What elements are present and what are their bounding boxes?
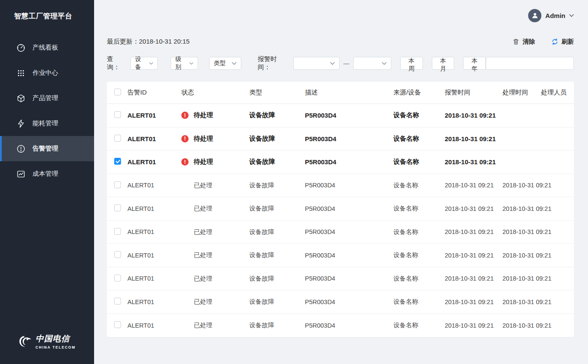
cell-alert-id: ALERT01 — [127, 252, 181, 259]
cell-status: ! 已处理 — [181, 228, 249, 236]
cell-status: ! 已处理 — [181, 298, 249, 306]
cell-alert-id: ALERT01 — [127, 205, 181, 212]
cell-alert-id: ALERT01 — [127, 158, 181, 166]
table-row[interactable]: ALERT01 ! 已处理 设备故障 P5R003D4 设备名称 2018-10… — [107, 197, 574, 221]
time-from-select[interactable] — [293, 57, 340, 70]
sidebar: 智慧工厂管理平台 产线看板 作业中心 产品管理 能耗管理 — [0, 0, 94, 364]
type-filter-select[interactable]: 类型 — [209, 57, 241, 70]
chevron-down-icon — [232, 62, 236, 65]
cell-alarm-time: 2018-10-31 09:21 — [445, 135, 502, 142]
table-row[interactable]: ALERT01 ! 已处理 设备故障 P5R003D4 设备名称 2018-10… — [107, 174, 574, 198]
cell-type: 设备故障 — [249, 181, 305, 189]
row-checkbox[interactable] — [114, 251, 121, 258]
refresh-label: 刷新 — [561, 38, 574, 46]
topbar: Admin — [107, 0, 574, 31]
user-menu[interactable]: Admin — [528, 9, 574, 22]
this-week-button[interactable]: 本周 — [400, 57, 423, 70]
table-header: 告警ID 状态 类型 描述 来源/设备 报警时间 处理时间 处理人员 — [107, 82, 574, 104]
cell-process-time: 2018-10-31 09:21 — [502, 182, 541, 189]
sidebar-item-label: 成本管理 — [33, 170, 58, 178]
cell-description: P5R003D4 — [305, 158, 393, 166]
table-row[interactable]: ALERT01 ! 待处理 设备故障 P5R003D4 设备名称 2018-10… — [107, 104, 574, 127]
cell-alert-id: ALERT01 — [127, 275, 181, 282]
sidebar-nav: 产线看板 作业中心 产品管理 能耗管理 告警管理 — [0, 35, 94, 186]
row-checkbox[interactable] — [114, 181, 121, 188]
row-checkbox[interactable] — [114, 321, 121, 328]
cell-alert-id: ALERT01 — [127, 299, 181, 305]
logo-text-cn: 中国电信 — [35, 333, 76, 344]
alert-status-icon: ! — [181, 158, 189, 166]
table-row[interactable]: ALERT01 ! 已处理 设备故障 P5R003D4 设备名称 2018-10… — [107, 244, 574, 267]
cell-process-time: 2018-10-31 09:21 — [502, 299, 541, 305]
cell-description: P5R003D4 — [305, 322, 393, 329]
row-checkbox[interactable] — [114, 275, 121, 281]
cell-alarm-time: 2018-10-31 09:21 — [445, 275, 502, 282]
row-checkbox[interactable] — [114, 135, 121, 142]
this-month-button[interactable]: 本月 — [432, 57, 455, 70]
cell-alarm-time: 2018-10-31 09:21 — [445, 299, 502, 305]
row-checkbox[interactable] — [114, 204, 121, 211]
cell-type: 设备故障 — [249, 251, 305, 259]
table-row[interactable]: ALERT01 ! 已处理 设备故障 P5R003D4 设备名称 2018-10… — [107, 314, 574, 337]
search-box — [486, 57, 574, 70]
sidebar-item-label: 产线看板 — [33, 44, 58, 52]
search-input[interactable] — [493, 60, 570, 67]
app-root: 智慧工厂管理平台 产线看板 作业中心 产品管理 能耗管理 — [0, 0, 588, 364]
cell-alarm-time: 2018-10-31 09:21 — [445, 322, 502, 329]
cell-status: ! 已处理 — [181, 204, 249, 213]
row-checkbox[interactable] — [114, 298, 121, 305]
cell-description: P5R003D4 — [305, 135, 393, 142]
clear-button[interactable]: 清除 — [512, 38, 535, 46]
sidebar-item-work-center[interactable]: 作业中心 — [0, 60, 94, 86]
cell-type: 设备故障 — [249, 275, 305, 283]
cell-process-time: 2018-10-31 09:21 — [502, 252, 541, 259]
alert-status-icon: ! — [181, 135, 189, 142]
sidebar-item-production-dashboard[interactable]: 产线看板 — [0, 35, 94, 60]
sidebar-item-product-management[interactable]: 产品管理 — [0, 86, 94, 111]
sidebar-item-energy-management[interactable]: 能耗管理 — [0, 111, 94, 136]
cell-description: P5R003D4 — [305, 275, 393, 282]
row-checkbox[interactable] — [114, 228, 121, 235]
row-checkbox[interactable] — [114, 111, 121, 118]
cell-source: 设备名称 — [393, 181, 445, 189]
cube-icon — [16, 94, 26, 103]
refresh-button[interactable]: 刷新 — [551, 38, 574, 46]
cell-description: P5R003D4 — [305, 252, 393, 259]
select-all-checkbox[interactable] — [114, 89, 121, 95]
logo-text-en: CHINA TELECOM — [35, 345, 76, 349]
cell-description: P5R003D4 — [305, 112, 393, 119]
last-update-text: 最后更新：2018-10-31 20:15 — [107, 38, 189, 46]
chevron-down-icon — [569, 14, 574, 17]
cell-alarm-time: 2018-10-31 09:21 — [445, 112, 502, 119]
table-row[interactable]: ALERT01 ! 已处理 设备故障 P5R003D4 设备名称 2018-10… — [107, 290, 574, 314]
table-row[interactable]: ALERT01 ! 待处理 设备故障 P5R003D4 设备名称 2018-10… — [107, 127, 574, 151]
gauge-icon — [16, 43, 26, 53]
grid-dots-icon — [16, 68, 26, 78]
level-filter-select[interactable]: 级别 — [171, 57, 198, 70]
cell-alarm-time: 2018-10-31 09:21 — [445, 158, 502, 166]
cell-type: 设备故障 — [249, 111, 305, 119]
app-title: 智慧工厂管理平台 — [0, 0, 94, 21]
alert-status-icon: ! — [181, 112, 189, 119]
cell-description: P5R003D4 — [305, 182, 393, 189]
sidebar-item-label: 能耗管理 — [33, 119, 58, 127]
row-checkbox[interactable] — [114, 158, 121, 165]
cell-alarm-time: 2018-10-31 09:21 — [445, 205, 502, 212]
chevron-down-icon — [149, 62, 153, 65]
this-year-button[interactable]: 本年 — [463, 57, 486, 70]
cell-process-time: 2018-10-31 09:21 — [502, 275, 541, 282]
cell-type: 设备故障 — [249, 204, 305, 213]
chart-icon — [16, 169, 26, 179]
cell-description: P5R003D4 — [305, 299, 393, 305]
query-label: 查询： — [107, 55, 125, 71]
update-row: 最后更新：2018-10-31 20:15 清除 刷新 — [107, 38, 574, 46]
device-filter-select[interactable]: 设备 — [130, 57, 158, 70]
exclamation-circle-icon — [16, 144, 26, 154]
table-row[interactable]: ALERT01 ! 已处理 设备故障 P5R003D4 设备名称 2018-10… — [107, 267, 574, 291]
time-to-select[interactable] — [353, 57, 391, 70]
table-row[interactable]: ALERT01 ! 已处理 设备故障 P5R003D4 设备名称 2018-10… — [107, 221, 574, 244]
cell-source: 设备名称 — [393, 298, 445, 306]
table-row[interactable]: ALERT01 ! 待处理 设备故障 P5R003D4 设备名称 2018-10… — [107, 151, 574, 174]
sidebar-item-alert-management[interactable]: 告警管理 — [0, 136, 94, 161]
sidebar-item-cost-management[interactable]: 成本管理 — [0, 161, 94, 186]
